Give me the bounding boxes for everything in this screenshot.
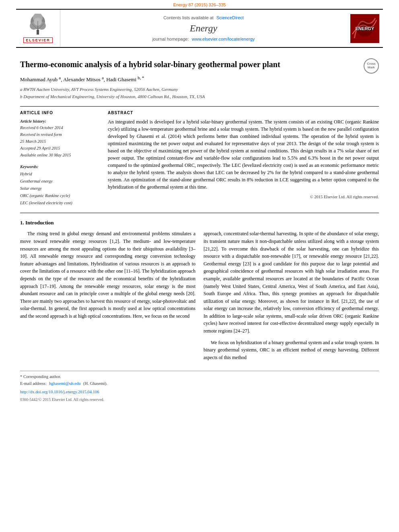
email-line: E-mail address: hghasemi@uh.edu (H. Ghas… [20,380,379,387]
article-history-heading: Article history: [20,118,101,125]
online-label: Available online 30 May 2015 [20,152,101,159]
sciencedirect-link[interactable]: ScienceDirect [216,15,244,20]
affiliations: a RWTH Aachen University, AVT Process Sy… [20,86,379,100]
elsevier-logo-section: ELSEVIER [16,10,60,47]
revised-date: 25 March 2015 [20,138,101,145]
article-abstract-section: ARTICLE INFO Article history: Received 6… [20,106,379,207]
copyright-line: © 2015 Elsevier Ltd. All rights reserved… [108,195,379,199]
abstract-heading: ABSTRACT [108,111,379,115]
crossmark-icon: CrossMark [364,58,379,74]
doi-link[interactable]: http://dx.doi.org/10.1016/j.energy.2015.… [20,390,99,394]
energy-logo-box: ENERGY [350,14,379,43]
body-two-col: The rising trend in global energy demand… [20,230,379,361]
affiliation-b: b Department of Mechanical Engineering, … [20,93,379,101]
homepage-line: journal homepage: www.elsevier.com/locat… [152,37,255,41]
journal-title-display: Energy [190,23,217,34]
authors-line: Mohammad Ayub a, Alexander Mitsos a, Had… [20,75,379,83]
keyword-5: LEC (levelized electricity cost) [20,199,101,207]
intro-p1-left: The rising trend in global energy demand… [20,230,195,320]
section-divider [20,213,379,213]
abstract-text: An integrated model is developed for a h… [108,118,379,191]
crossmark-container: CrossMark [364,58,379,74]
footnotes-section: * Corresponding author. E-mail address: … [20,371,379,403]
energy-logo-text: ENERGY [356,26,374,31]
top-bar: Energy 87 (2015) 326–335 [0,0,399,9]
keyword-3: Solar energy [20,185,101,192]
corresponding-author: * Corresponding author. [20,374,379,380]
elsevier-tree-icon [26,14,50,36]
contents-line: Contents lists available at ScienceDirec… [163,15,244,20]
article-info-col: ARTICLE INFO Article history: Received 6… [20,111,101,207]
journal-ref: Energy 87 (2015) 326–335 [173,2,226,7]
keywords-heading: Keywords: [20,163,101,170]
issn-line: 0360-5442/© 2015 Elsevier Ltd. All right… [20,396,379,403]
doi-line: http://dx.doi.org/10.1016/j.energy.2015.… [20,389,379,396]
keyword-1: Hybrid [20,170,101,178]
intro-p1-right: approach, concentrated solar-thermal har… [204,230,379,335]
introduction-section: 1. Introduction The rising trend in glob… [20,220,379,361]
energy-logo-section: ENERGY [347,10,383,47]
received-label: Received 6 October 2014 [20,125,101,131]
affiliation-a: a RWTH Aachen University, AVT Process Sy… [20,86,379,93]
intro-p2-right: We focus on hybridization of a binary ge… [204,339,379,362]
email-link[interactable]: hghasemi@uh.edu [49,381,80,386]
journal-center: Contents lists available at ScienceDirec… [60,10,347,47]
section-1-title: 1. Introduction [20,220,379,226]
keyword-2: Geothermal energy [20,178,101,185]
paper-title: Thermo-economic analysis of a hybrid sol… [20,59,379,70]
homepage-link[interactable]: www.elsevier.com/locate/energy [192,37,255,41]
svg-rect-0 [37,30,39,35]
revised-label: Received in revised form [20,131,101,138]
abstract-col: ABSTRACT An integrated model is develope… [108,111,379,207]
keywords-section: Keywords: Hybrid Geothermal energy Solar… [20,163,101,206]
article-history: Article history: Received 6 October 2014… [20,118,101,159]
body-col-right: approach, concentrated solar-thermal har… [204,230,379,361]
paper-content: CrossMark Thermo-economic analysis of a … [0,48,399,407]
elsevier-logo: ELSEVIER [23,14,53,43]
body-col-left: The rising trend in global energy demand… [20,230,195,361]
accepted-label: Accepted 29 April 2015 [20,145,101,152]
journal-header: ELSEVIER Contents lists available at Sci… [16,9,383,48]
keyword-4: ORC (organic Rankine cycle) [20,192,101,199]
article-info-heading: ARTICLE INFO [20,111,101,115]
elsevier-label: ELSEVIER [23,37,53,43]
